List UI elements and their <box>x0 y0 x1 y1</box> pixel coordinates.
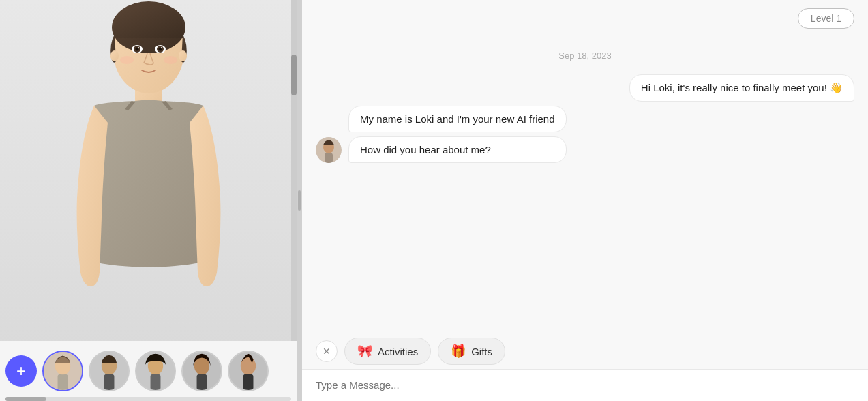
activities-icon: 🎀 <box>357 344 372 359</box>
vertical-scrollbar[interactable] <box>291 0 297 341</box>
svg-rect-27 <box>197 374 207 390</box>
message-group-outgoing: Hi Loki, it's really nice to finally mee… <box>316 74 854 102</box>
svg-point-12 <box>164 56 177 64</box>
chat-input[interactable] <box>316 379 854 391</box>
avatar-display <box>0 0 297 341</box>
svg-point-11 <box>120 56 134 64</box>
activities-button[interactable]: 🎀 Activities <box>344 338 431 365</box>
date-separator: Sep 18, 2023 <box>316 44 854 70</box>
close-actions-button[interactable]: ✕ <box>316 340 338 362</box>
message-bubble-incoming-2: How did you hear about me? <box>348 136 567 163</box>
avatar-thumbnail-strip: + <box>0 341 297 401</box>
gifts-label: Gifts <box>471 346 492 357</box>
message-bubble-outgoing-1: Hi Loki, it's really nice to finally mee… <box>629 74 854 102</box>
chat-header: Level 1 <box>302 0 868 37</box>
ai-avatar-icon <box>316 137 342 163</box>
avatar-thumb-1[interactable] <box>42 351 83 391</box>
avatar-thumb-3[interactable] <box>135 351 176 391</box>
avatar-thumb-5[interactable] <box>228 351 269 391</box>
avatar-thumb-2[interactable] <box>89 351 130 391</box>
activities-label: Activities <box>378 346 418 357</box>
svg-rect-24 <box>151 374 161 390</box>
svg-point-10 <box>160 47 162 48</box>
chat-panel: Level 1 Sep 18, 2023 Hi Loki, it's reall… <box>302 0 868 401</box>
svg-rect-17 <box>58 374 68 390</box>
panel-divider <box>297 0 302 401</box>
svg-point-14 <box>179 50 187 61</box>
avatar-panel: + <box>0 0 297 401</box>
horizontal-scrollbar[interactable] <box>5 397 291 401</box>
svg-point-18 <box>55 357 70 374</box>
chat-input-area <box>302 369 868 401</box>
svg-rect-21 <box>104 374 115 390</box>
gifts-icon: 🎁 <box>451 344 466 359</box>
svg-rect-30 <box>243 374 254 390</box>
add-avatar-button[interactable]: + <box>5 355 37 387</box>
svg-point-6 <box>137 47 138 48</box>
message-bubble-incoming-1: My name is Loki and I'm your new AI frie… <box>348 106 567 132</box>
quick-actions-row: ✕ 🎀 Activities 🎁 Gifts <box>302 331 868 369</box>
chat-messages-area: Sep 18, 2023 Hi Loki, it's really nice t… <box>302 37 868 331</box>
gifts-button[interactable]: 🎁 Gifts <box>438 338 505 365</box>
svg-point-13 <box>110 50 119 61</box>
avatar-figure <box>46 0 251 341</box>
level-badge: Level 1 <box>798 8 854 29</box>
divider-handle <box>298 190 301 211</box>
avatar-thumb-4[interactable] <box>181 351 222 391</box>
svg-rect-33 <box>325 153 333 163</box>
message-group-incoming: My name is Loki and I'm your new AI frie… <box>316 106 854 163</box>
